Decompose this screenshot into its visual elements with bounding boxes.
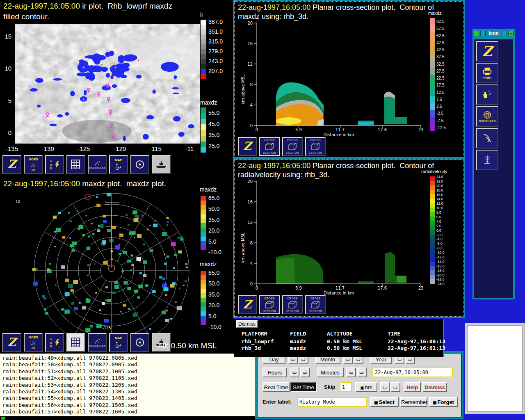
colorbar-tick: -18.0 bbox=[436, 269, 444, 273]
time-display-field[interactable] bbox=[372, 368, 453, 377]
colorbar-tick: 12.5 bbox=[436, 89, 446, 96]
forget-button[interactable]: ▣Forget bbox=[429, 397, 458, 407]
colorbar-segment bbox=[430, 18, 435, 25]
arrow-left-icon: ⇦ bbox=[292, 370, 297, 376]
dismiss-button[interactable]: Dismiss bbox=[236, 320, 258, 328]
platforms-button[interactable] bbox=[476, 150, 498, 170]
print-button[interactable]: PRINT bbox=[476, 63, 498, 83]
x-tick: 23 bbox=[418, 286, 424, 290]
colorbar-segment bbox=[201, 34, 206, 39]
overlay-ring-button[interactable] bbox=[130, 333, 149, 352]
soundings-button[interactable]: SOUNDINGS bbox=[88, 155, 107, 174]
cross-section-button-2[interactable]: CROSS SECTION bbox=[282, 137, 303, 156]
cross-label: CROSS bbox=[310, 139, 321, 142]
soundings-button[interactable]: SOUNDINGS bbox=[88, 333, 107, 352]
hours-back-button[interactable]: ⇦ bbox=[290, 368, 299, 377]
window-iconify-button[interactable] bbox=[502, 31, 507, 36]
skip-back-button[interactable]: ⇦ bbox=[380, 382, 390, 392]
colorbar-segment bbox=[201, 275, 206, 280]
colorbar-segment bbox=[201, 271, 206, 275]
goes-ir-button[interactable]: GOES IR bbox=[24, 333, 43, 352]
remember-button[interactable]: Remember bbox=[400, 397, 427, 407]
goes-label: GOES bbox=[28, 336, 38, 339]
overlay-ring-button[interactable] bbox=[130, 155, 149, 174]
xsect2-colorbar bbox=[430, 176, 435, 284]
colorbar-tick: 62.5 bbox=[436, 18, 446, 25]
window-button[interactable] bbox=[480, 31, 486, 36]
zeb-menu-button[interactable]: Z bbox=[238, 137, 257, 156]
map-button[interactable]: MAP bbox=[109, 155, 128, 174]
print-label: PRINT bbox=[483, 76, 492, 79]
terminal-window[interactable]: rain:beaufait:49>xdump.all 970822.0805.x… bbox=[0, 354, 255, 416]
colorbar-segment bbox=[430, 117, 435, 124]
hours-button[interactable]: Hours bbox=[262, 368, 287, 377]
colorbar-tick: -20.0 bbox=[436, 273, 444, 278]
colorbar-tick: -7.5 bbox=[436, 117, 446, 124]
skip-value-field[interactable] bbox=[340, 382, 352, 392]
terminal-line: rain:beaufait:56>xdump.all 970822.1505.x… bbox=[2, 402, 253, 409]
map-label: MAP bbox=[115, 158, 122, 162]
terminal-line: rain:beaufait:54>xdump.all 970822.1305.x… bbox=[2, 388, 253, 395]
zeb-logo-button[interactable]: Z bbox=[476, 41, 498, 62]
skip-units-menu[interactable]: ▣hrs bbox=[355, 382, 377, 392]
real-time-button[interactable]: Real Time bbox=[262, 382, 290, 392]
plot-title-text: ir plot. Rhb_lowprf maxdz bbox=[80, 2, 172, 10]
colorbar-tick: 20.0 bbox=[208, 225, 221, 236]
table-row: rhb_lowprf maxdz 0.50 km MSL 22-Aug-97,1… bbox=[242, 338, 470, 345]
surveillance-button[interactable]: SUR bbox=[45, 333, 64, 352]
zeb-menu-button[interactable]: Z bbox=[238, 295, 257, 314]
colorbar-segment bbox=[430, 25, 435, 32]
zeb-menu-button[interactable]: Z bbox=[2, 333, 21, 352]
window-zoom-button[interactable] bbox=[508, 31, 514, 36]
terminal-bottom-strip bbox=[0, 416, 255, 420]
xsect1-colorbar bbox=[430, 18, 435, 131]
colorbar-tick: 50.0 bbox=[208, 278, 221, 289]
cross-section-button-1[interactable]: CROSS SECTION bbox=[259, 295, 280, 314]
help-button[interactable]: Help bbox=[404, 382, 421, 392]
colorbar-tick: 6.0 bbox=[436, 215, 444, 219]
grid-button[interactable] bbox=[66, 155, 85, 174]
history-label-field[interactable] bbox=[297, 397, 367, 407]
colorbar-tick: 35.0 bbox=[208, 289, 221, 300]
xsect1-colorbar-label: maxdz bbox=[428, 11, 441, 16]
minutes-button[interactable]: Minutes bbox=[317, 368, 344, 377]
data-availability-window: Dismiss PLATFORM FIELD ALTITUDE TIME rhb… bbox=[234, 319, 444, 357]
grid-button[interactable] bbox=[66, 333, 85, 352]
overlays-button[interactable]: OVERLAYS bbox=[476, 106, 498, 127]
surveillance-button[interactable]: SUR bbox=[45, 155, 64, 174]
cross-section-button-3[interactable]: CROSS SECTION bbox=[305, 295, 326, 314]
y-tick: 0 bbox=[250, 282, 253, 286]
y-tick: 8 bbox=[250, 241, 253, 245]
ir-plot-window: 22-aug-1997,16:05:00 ir plot. Rhb_lowprf… bbox=[0, 0, 234, 177]
zeb-menu-button[interactable]: Z bbox=[2, 155, 21, 174]
minutes-back-button[interactable]: ⇦ bbox=[346, 368, 356, 377]
cross-section-button-2[interactable]: CROSS SECTION bbox=[282, 295, 303, 314]
zeb-logo: Z bbox=[482, 44, 493, 58]
colorbar-segment bbox=[430, 262, 435, 266]
colorbar-segment bbox=[201, 39, 206, 44]
set-time-button[interactable]: Set Time bbox=[290, 382, 317, 392]
colorbar-segment bbox=[430, 199, 435, 203]
ring-icon bbox=[135, 338, 145, 347]
colorbar-segment bbox=[201, 142, 206, 147]
map-button[interactable]: MAP bbox=[109, 333, 128, 352]
colorbar-tick: 65.0 bbox=[208, 267, 221, 278]
cross-section-button-3[interactable]: CROSS SECTION bbox=[305, 137, 326, 156]
x-tick: 17.6 bbox=[378, 128, 387, 132]
y-tick: 0 bbox=[250, 123, 253, 128]
window-menu-button[interactable] bbox=[474, 31, 479, 36]
hours-forward-button[interactable]: ⇨ bbox=[300, 368, 310, 377]
select-button[interactable]: ▣Select bbox=[370, 397, 399, 407]
cell: maxdz bbox=[290, 345, 327, 351]
icon-window-titlebar[interactable]: icon bbox=[472, 29, 515, 38]
radar-button[interactable] bbox=[476, 128, 498, 148]
ship-platform-button[interactable] bbox=[152, 155, 171, 174]
goes-ir-button[interactable]: GOES IR bbox=[24, 155, 43, 174]
dismiss-button[interactable]: Dismiss bbox=[422, 382, 447, 392]
cross-section-button-1[interactable]: CROSS SECTION bbox=[259, 137, 280, 156]
skip-forward-button[interactable]: ⇨ bbox=[390, 382, 400, 392]
minutes-forward-button[interactable]: ⇨ bbox=[357, 368, 367, 377]
image-dump-button[interactable] bbox=[476, 84, 498, 105]
colorbar-tick: -22.0 bbox=[436, 277, 444, 282]
cross-label: CROSS bbox=[264, 297, 275, 300]
